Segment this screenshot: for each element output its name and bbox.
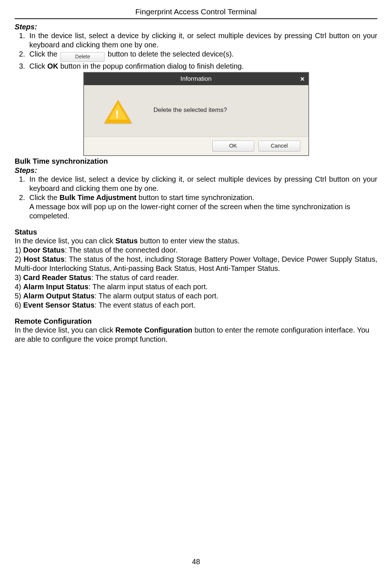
status-heading: Status (15, 228, 377, 236)
status-item: 3) Card Reader Status: The status of car… (15, 273, 377, 282)
step-item: Click OK button in the popup confirmatio… (27, 62, 377, 71)
remote-paragraph: In the device list, you can click Remote… (15, 326, 377, 344)
dialog-message: Delete the selected items? (154, 106, 227, 114)
steps-list-2: In the device list, select a device by c… (15, 175, 377, 221)
step-text: button in the popup confirmation dialog … (58, 62, 244, 70)
step-text: In the device list, select a device by c… (29, 175, 377, 192)
step-text: In the device list, select a device by c… (29, 32, 377, 49)
status-intro-b: button to enter view the status. (138, 237, 240, 245)
card-reader-status: Card Reader Status (23, 273, 91, 282)
status-tail: : The event status of each port. (95, 301, 195, 309)
status-tail: : The status of the connected door. (65, 246, 178, 254)
step-text: Click the (29, 193, 59, 202)
status-tail: : The status of the host, including Stor… (15, 255, 377, 272)
status-num: 3) (15, 273, 21, 282)
status-tail: : The alarm input status of each port. (88, 283, 208, 291)
step-text: Click the (29, 50, 59, 58)
status-intro: In the device list, you can click Status… (15, 236, 377, 246)
status-item: 2) Host Status: The status of the host, … (15, 255, 377, 273)
status-tail: : The alarm output status of each port. (95, 292, 219, 300)
delete-button[interactable]: Delete (61, 52, 105, 62)
status-num: 1) (15, 246, 21, 254)
bulk-adjust-word: Bulk Time Adjustment (59, 193, 136, 202)
remote-a: In the device list, you can click (15, 326, 116, 334)
status-item: 6) Event Sensor Status: The event status… (15, 301, 377, 310)
step-text: Click (29, 62, 47, 70)
alarm-output-status: Alarm Output Status (23, 292, 94, 300)
steps-heading-2: Steps: (15, 166, 377, 175)
close-icon[interactable]: × (300, 73, 305, 85)
steps-heading: Steps: (15, 23, 377, 31)
step-text: button to start time synchronization. (136, 193, 254, 202)
event-sensor-status: Event Sensor Status (23, 301, 95, 309)
warning-mark: ! (116, 108, 119, 120)
host-status: Host Status (23, 255, 65, 263)
step-continuation: A message box will pop up on the lower-r… (29, 202, 377, 221)
bulk-heading: Bulk Time synchronization (15, 157, 377, 166)
status-num: 5) (15, 292, 21, 300)
step-text: button to delete the selected device(s). (106, 50, 234, 58)
page-number: 48 (0, 558, 392, 566)
cancel-button[interactable]: Cancel (259, 141, 300, 152)
status-list: 1) Door Status: The status of the connec… (15, 246, 377, 310)
remote-heading: Remote Configuration (15, 317, 377, 326)
step-item: In the device list, select a device by c… (27, 175, 377, 193)
status-item: 1) Door Status: The status of the connec… (15, 246, 377, 255)
page: Fingerprint Access Control Terminal Step… (0, 0, 392, 577)
page-header: Fingerprint Access Control Terminal (15, 7, 377, 19)
info-dialog: Information × ! Delete the selected item… (84, 72, 309, 156)
step-item: Click the Bulk Time Adjustment button to… (27, 193, 377, 221)
status-item: 5) Alarm Output Status: The alarm output… (15, 291, 377, 301)
remote-config-word: Remote Configuration (116, 326, 193, 334)
dialog-actions: OK Cancel (84, 137, 308, 155)
status-num: 4) (15, 283, 21, 291)
status-num: 2) (15, 255, 21, 263)
status-num: 6) (15, 301, 21, 309)
status-item: 4) Alarm Input Status: The alarm input s… (15, 282, 377, 291)
status-word: Status (116, 237, 138, 245)
step-item: In the device list, select a device by c… (27, 31, 377, 50)
ok-button[interactable]: OK (212, 141, 254, 152)
status-intro-a: In the device list, you can click (15, 237, 116, 245)
ok-word: OK (47, 62, 58, 70)
door-status: Door Status (23, 246, 65, 254)
status-tail: : The status of card reader. (91, 273, 179, 282)
dialog-title-text: Information (180, 75, 212, 82)
dialog-body: ! Delete the selected items? (84, 85, 308, 137)
alarm-input-status: Alarm Input Status (23, 283, 88, 291)
dialog-titlebar: Information × (84, 73, 308, 85)
step-item: Click the Delete button to delete the se… (27, 50, 377, 62)
steps-list-1: In the device list, select a device by c… (15, 31, 377, 71)
